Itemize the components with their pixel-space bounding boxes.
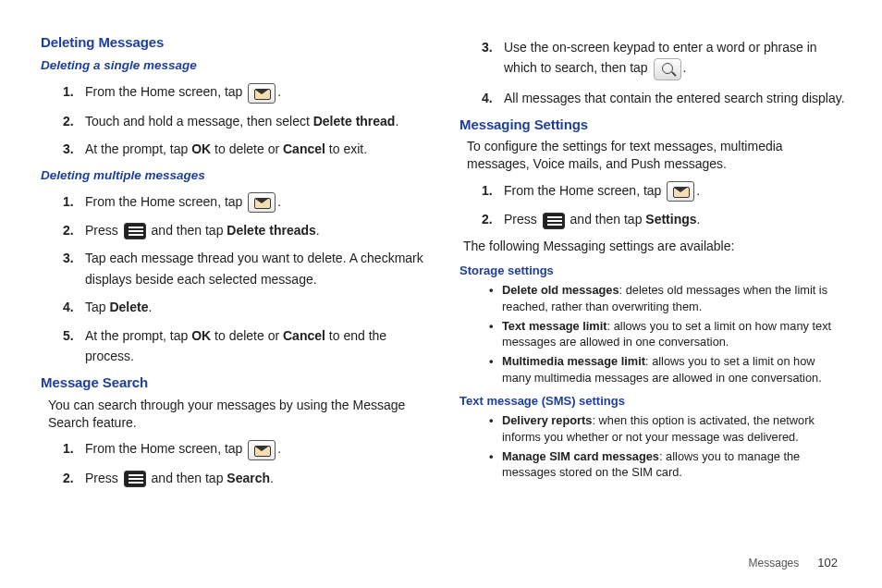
text: to exit. [325, 141, 367, 156]
step-number: 2. [63, 468, 74, 488]
text: At the prompt, tap [85, 328, 191, 343]
bullet: Text message limit: allows you to set a … [489, 318, 845, 350]
left-column: Deleting Messages Deleting a single mess… [41, 30, 426, 496]
paragraph: To configure the settings for text messa… [467, 138, 845, 173]
bold: OK [191, 328, 211, 343]
messaging-icon [248, 192, 276, 213]
bold: Settings [645, 212, 696, 227]
messaging-icon [248, 83, 276, 104]
step: 5. At the prompt, tap OK to delete or Ca… [63, 325, 426, 367]
text: . [270, 471, 274, 485]
bold: Manage SIM card messages [502, 449, 659, 463]
step-number: 5. [63, 325, 74, 346]
step: 3. Tap each message thread you want to d… [63, 248, 426, 289]
step: 3. At the prompt, tap OK to delete or Ca… [63, 139, 426, 159]
step-number: 3. [63, 248, 74, 268]
text: Press [504, 212, 541, 227]
text: . [683, 60, 687, 75]
step-number: 2. [63, 111, 74, 131]
bold: OK [191, 141, 211, 156]
step-number: 1. [63, 191, 74, 212]
bold: Delete thread [313, 114, 396, 129]
text: . [277, 84, 281, 99]
bullet: Delivery reports: when this option is ac… [489, 412, 845, 445]
step-number: 3. [482, 37, 493, 57]
messaging-icon [667, 181, 694, 202]
text: From the Home screen, tap [504, 183, 665, 198]
menu-icon [124, 223, 146, 239]
list-sms-settings: Delivery reports: when this option is ac… [489, 412, 845, 480]
bold: Cancel [283, 328, 325, 343]
messaging-icon [248, 440, 276, 460]
text: Press [85, 223, 122, 238]
bold: Multimedia message limit [502, 354, 645, 368]
bold: Delete old messages [502, 283, 619, 297]
step: 1. From the Home screen, tap . [482, 180, 845, 202]
page-columns: Deleting Messages Deleting a single mess… [41, 30, 845, 496]
bullet: Delete old messages: deletes old message… [489, 282, 845, 314]
search-icon [654, 58, 681, 80]
heading-deleting-multiple: Deleting multiple messages [41, 167, 426, 184]
text: From the Home screen, tap [85, 194, 246, 209]
heading-storage-settings: Storage settings [459, 263, 845, 279]
step-number: 4. [482, 88, 493, 108]
list-message-search-cont: 3. Use the on-screen keypad to enter a w… [482, 37, 845, 108]
text: Touch and hold a message, then select [85, 114, 313, 129]
bold: Cancel [283, 141, 325, 156]
menu-icon [124, 471, 146, 487]
step: 1. From the Home screen, tap . [63, 81, 426, 103]
text: . [149, 300, 153, 314]
text: From the Home screen, tap [85, 441, 246, 456]
step-number: 1. [63, 438, 74, 459]
list-deleting-multiple: 1. From the Home screen, tap . 2. Press … [63, 191, 426, 367]
step: 2. Touch and hold a message, then select… [63, 111, 426, 131]
step: 1. From the Home screen, tap . [63, 191, 426, 213]
text: . [395, 114, 398, 129]
step-number: 1. [482, 180, 493, 201]
heading-messaging-settings: Messaging Settings [459, 116, 845, 134]
step-number: 4. [63, 297, 74, 317]
text: All messages that contain the entered se… [504, 91, 845, 105]
step: 2. Press and then tap Search. [63, 468, 426, 488]
text: Press [85, 471, 122, 485]
menu-icon [543, 213, 565, 229]
text: At the prompt, tap [85, 141, 191, 156]
bullet: Multimedia message limit: allows you to … [489, 353, 845, 386]
list-message-search: 1. From the Home screen, tap . 2. Press … [63, 438, 426, 488]
text: . [316, 223, 320, 238]
step-number: 3. [63, 139, 74, 159]
step: 3. Use the on-screen keypad to enter a w… [482, 37, 845, 80]
text: Tap [85, 300, 109, 314]
step: 1. From the Home screen, tap . [63, 438, 426, 459]
bullet: Manage SIM card messages: allows you to … [489, 448, 845, 481]
text: . [277, 194, 281, 209]
step-number: 2. [63, 220, 74, 240]
bold: Text message limit [502, 319, 607, 333]
text: and then tap [567, 212, 646, 227]
text: Tap each message thread you want to dele… [85, 251, 423, 286]
bold: Delete [109, 300, 148, 314]
step: 2. Press and then tap Delete threads. [63, 220, 426, 240]
text: From the Home screen, tap [85, 84, 246, 99]
bold: Search [227, 471, 270, 485]
text: and then tap [148, 223, 227, 238]
text: to delete or [211, 141, 283, 156]
footer-page-number: 102 [817, 555, 838, 571]
text: and then tap [148, 471, 227, 485]
bold: Delivery reports [502, 413, 592, 427]
step: 4. All messages that contain the entered… [482, 88, 845, 108]
page-footer: Messages 102 [749, 555, 838, 571]
step-number: 2. [482, 209, 493, 229]
list-messaging-settings: 1. From the Home screen, tap . 2. Press … [482, 180, 845, 230]
text: to delete or [211, 328, 283, 343]
text: . [697, 212, 701, 227]
paragraph: The following Messaging settings are ava… [463, 238, 845, 255]
list-deleting-single: 1. From the Home screen, tap . 2. Touch … [63, 81, 426, 159]
text: . [277, 441, 281, 456]
step: 2. Press and then tap Settings. [482, 209, 845, 229]
heading-deleting-single: Deleting a single message [41, 57, 426, 74]
text: . [696, 183, 700, 198]
heading-message-search: Message Search [41, 374, 426, 392]
paragraph: You can search through your messages by … [48, 397, 426, 432]
footer-section: Messages [749, 556, 800, 570]
